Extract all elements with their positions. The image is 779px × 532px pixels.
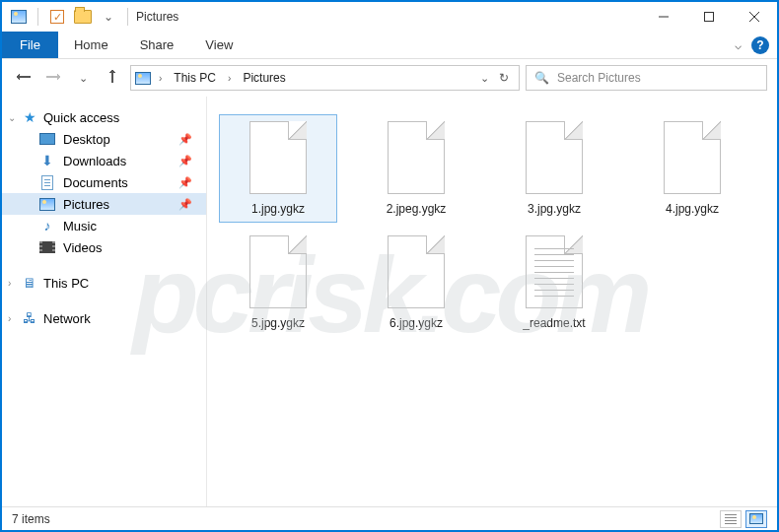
address-bar[interactable]: › This PC › Pictures ⌄ ↻ bbox=[130, 65, 520, 91]
documents-icon bbox=[39, 174, 55, 190]
files-pane[interactable]: 1.jpg.ygkz2.jpeg.ygkz3.jpg.ygkz4.jpg.ygk… bbox=[207, 97, 777, 506]
breadcrumb-picture-icon bbox=[135, 70, 151, 86]
search-input[interactable]: 🔍 Search Pictures bbox=[526, 65, 767, 91]
explorer-window: ✓ ⌄ Pictures File Home Share View ⌵ ? 🠔 … bbox=[0, 0, 779, 532]
file-item[interactable]: 4.jpg.ygkz bbox=[633, 114, 751, 223]
videos-icon bbox=[39, 239, 55, 255]
title-separator bbox=[127, 8, 128, 26]
view-details-button[interactable] bbox=[720, 510, 742, 528]
file-item[interactable]: 2.jpeg.ygkz bbox=[357, 114, 475, 223]
sidebar-item-label: Desktop bbox=[63, 132, 110, 147]
search-icon: 🔍 bbox=[534, 71, 549, 85]
window-controls bbox=[641, 2, 777, 32]
qat-dropdown-icon[interactable]: ⌄ bbox=[98, 6, 119, 28]
pc-icon: 🖥 bbox=[22, 275, 37, 291]
view-large-icons-button[interactable] bbox=[745, 510, 767, 528]
qat-picture-icon[interactable] bbox=[8, 6, 30, 28]
sidebar-item-label: Music bbox=[63, 219, 97, 233]
file-name: 6.jpg.ygkz bbox=[390, 316, 443, 330]
desktop-icon bbox=[39, 131, 55, 147]
file-name: _readme.txt bbox=[523, 316, 585, 330]
sidebar-item-music[interactable]: ♪ Music bbox=[2, 215, 206, 236]
file-item[interactable]: 1.jpg.ygkz bbox=[219, 114, 337, 223]
file-icon bbox=[249, 121, 307, 194]
sidebar-label: Quick access bbox=[43, 110, 119, 125]
item-count: 7 items bbox=[12, 512, 50, 526]
sidebar-item-documents[interactable]: Documents 📌 bbox=[2, 171, 206, 193]
sidebar-quick-access[interactable]: ⌄ ★ Quick access bbox=[2, 106, 206, 128]
caret-down-icon: ⌄ bbox=[8, 112, 16, 123]
file-item[interactable]: 6.jpg.ygkz bbox=[357, 229, 475, 337]
file-icon bbox=[526, 121, 583, 194]
file-icon bbox=[664, 121, 721, 194]
forward-button[interactable]: 🠖 bbox=[41, 66, 65, 90]
sidebar-item-downloads[interactable]: ⬇ Downloads 📌 bbox=[2, 150, 206, 171]
navigation-pane: ⌄ ★ Quick access Desktop 📌 ⬇ Downloads 📌… bbox=[2, 97, 207, 506]
file-tab[interactable]: File bbox=[2, 32, 58, 58]
breadcrumb-this-pc[interactable]: This PC bbox=[170, 71, 220, 85]
maximize-button[interactable] bbox=[686, 2, 732, 32]
quick-access-toolbar: ✓ ⌄ bbox=[2, 6, 119, 28]
svg-rect-1 bbox=[705, 13, 714, 22]
qat-separator bbox=[37, 8, 38, 26]
minimize-button[interactable] bbox=[641, 2, 686, 32]
music-icon: ♪ bbox=[39, 218, 55, 233]
caret-right-icon: › bbox=[8, 278, 11, 289]
network-icon: 🖧 bbox=[22, 310, 37, 326]
pin-icon: 📌 bbox=[178, 155, 192, 167]
caret-right-icon: › bbox=[8, 313, 11, 324]
text-file-icon bbox=[526, 235, 583, 308]
sidebar-item-label: Documents bbox=[63, 175, 128, 190]
file-name: 2.jpeg.ygkz bbox=[387, 202, 447, 216]
file-icon bbox=[388, 235, 445, 308]
tab-home[interactable]: Home bbox=[58, 32, 124, 58]
file-name: 3.jpg.ygkz bbox=[528, 202, 581, 216]
qat-properties-checkbox[interactable]: ✓ bbox=[46, 6, 68, 28]
chevron-right-icon[interactable]: › bbox=[155, 73, 166, 84]
recent-dropdown-icon[interactable]: ⌄ bbox=[71, 66, 95, 90]
file-name: 4.jpg.ygkz bbox=[666, 202, 719, 216]
file-icon bbox=[249, 235, 307, 308]
file-name: 5.jpg.ygkz bbox=[251, 316, 305, 330]
status-bar: 7 items bbox=[2, 506, 777, 530]
sidebar-network[interactable]: › 🖧 Network bbox=[2, 307, 206, 329]
refresh-button[interactable]: ↻ bbox=[499, 71, 509, 85]
sidebar-this-pc[interactable]: › 🖥 This PC bbox=[2, 272, 206, 294]
tab-view[interactable]: View bbox=[189, 32, 248, 58]
ribbon-menu: File Home Share View ⌵ ? bbox=[2, 32, 777, 59]
address-dropdown-icon[interactable]: ⌄ bbox=[480, 72, 489, 85]
sidebar-label: This PC bbox=[43, 276, 89, 291]
sidebar-item-videos[interactable]: Videos bbox=[2, 236, 206, 258]
sidebar-item-pictures[interactable]: Pictures 📌 bbox=[2, 193, 206, 215]
body: ⌄ ★ Quick access Desktop 📌 ⬇ Downloads 📌… bbox=[2, 97, 777, 506]
sidebar-item-label: Downloads bbox=[63, 154, 126, 168]
up-button[interactable]: 🠕 bbox=[101, 66, 124, 90]
sidebar-label: Network bbox=[43, 311, 91, 326]
window-title: Pictures bbox=[136, 10, 178, 24]
sidebar-item-label: Pictures bbox=[63, 197, 109, 212]
pin-icon: 📌 bbox=[178, 176, 192, 189]
file-item[interactable]: 3.jpg.ygkz bbox=[495, 114, 613, 223]
pictures-icon bbox=[39, 196, 55, 212]
tab-share[interactable]: Share bbox=[124, 32, 190, 58]
file-item[interactable]: _readme.txt bbox=[495, 229, 613, 337]
ribbon-expand-icon[interactable]: ⌵ bbox=[735, 38, 742, 52]
pin-icon: 📌 bbox=[178, 133, 192, 146]
downloads-icon: ⬇ bbox=[39, 153, 55, 168]
title-bar: ✓ ⌄ Pictures bbox=[2, 2, 777, 32]
sidebar-item-desktop[interactable]: Desktop 📌 bbox=[2, 128, 206, 150]
sidebar-item-label: Videos bbox=[63, 240, 103, 255]
file-icon bbox=[388, 121, 445, 194]
address-row: 🠔 🠖 ⌄ 🠕 › This PC › Pictures ⌄ ↻ 🔍 Searc… bbox=[2, 59, 777, 97]
file-name: 1.jpg.ygkz bbox=[251, 202, 305, 216]
chevron-right-icon[interactable]: › bbox=[224, 73, 235, 84]
search-placeholder: Search Pictures bbox=[557, 71, 641, 85]
qat-folder-icon[interactable] bbox=[72, 6, 94, 28]
star-icon: ★ bbox=[22, 109, 37, 125]
help-button[interactable]: ? bbox=[751, 36, 769, 54]
back-button[interactable]: 🠔 bbox=[12, 66, 35, 90]
breadcrumb-pictures[interactable]: Pictures bbox=[239, 71, 289, 85]
close-button[interactable] bbox=[732, 2, 777, 32]
pin-icon: 📌 bbox=[178, 198, 192, 211]
file-item[interactable]: 5.jpg.ygkz bbox=[219, 229, 337, 337]
